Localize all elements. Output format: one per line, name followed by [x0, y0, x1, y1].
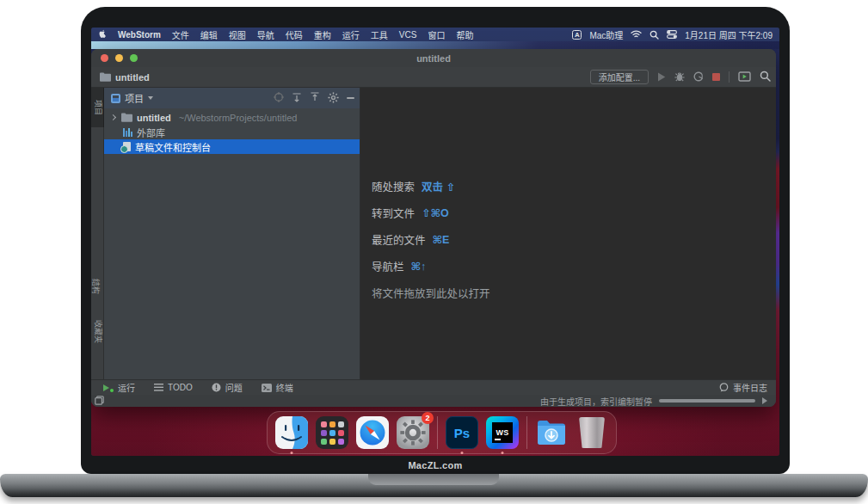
resume-indexing-button[interactable]: [762, 397, 767, 404]
dock-webstorm-icon[interactable]: WS: [486, 416, 519, 449]
expand-chevron-icon[interactable]: [110, 114, 116, 120]
run-anything-icon[interactable]: [738, 70, 751, 85]
bezel-brand-label: MacZL.com: [81, 460, 790, 470]
menu-view[interactable]: 视图: [229, 28, 246, 41]
left-toolwindow-bar: 项目 结构 收藏夹: [91, 88, 104, 379]
bottom-toolwindow-bar: 运行 TODO 问题 终端: [91, 379, 776, 395]
profiler-icon[interactable]: [693, 70, 704, 85]
main-toolbar: untitled 添加配置...: [91, 67, 776, 88]
dock-trash-icon[interactable]: [576, 416, 608, 449]
tree-row-external-libraries[interactable]: 外部库: [104, 125, 360, 139]
toolwindow-run[interactable]: 运行: [103, 381, 135, 394]
menubar-assistant-item[interactable]: Mac助理: [589, 28, 623, 41]
menu-refactor[interactable]: 重构: [314, 28, 331, 41]
run-button[interactable]: [657, 70, 666, 85]
close-window-button[interactable]: [101, 54, 108, 62]
menu-navigate[interactable]: 导航: [257, 28, 274, 41]
menu-run[interactable]: 运行: [342, 28, 360, 41]
notification-badge: 2: [422, 412, 434, 424]
sidebar-tab-structure[interactable]: 结构: [91, 268, 104, 304]
input-source-icon[interactable]: A: [572, 30, 582, 40]
terminal-label: 终端: [276, 381, 293, 394]
toolwindow-terminal[interactable]: 终端: [262, 381, 293, 394]
tree-row-project-root[interactable]: untitled ~/WebstormProjects/untitled: [104, 110, 360, 125]
dock-launchpad-icon[interactable]: [316, 416, 348, 449]
macos-menubar: WebStorm 文件 编辑 视图 导航 代码 重构 运行 工具 VCS 窗口 …: [91, 28, 779, 41]
dock-downloads-icon[interactable]: [535, 416, 568, 449]
sidebar-tab-project[interactable]: 项目: [91, 88, 104, 127]
window-titlebar[interactable]: untitled: [91, 49, 776, 67]
indexing-status-message: 由于生成项目，索引编制暂停: [540, 395, 652, 408]
dock-photoshop-icon[interactable]: Ps: [446, 416, 478, 449]
run-active-dot: [110, 389, 114, 392]
debug-icon[interactable]: [674, 70, 685, 85]
menubar-app-name[interactable]: WebStorm: [118, 30, 161, 40]
apple-logo-icon[interactable]: [98, 29, 107, 40]
dock: 2 Ps WS: [267, 411, 617, 454]
indexing-progress-bar: [659, 399, 755, 403]
todo-list-icon: [154, 384, 163, 391]
collapse-all-icon[interactable]: [310, 92, 320, 104]
wifi-icon[interactable]: [631, 30, 642, 39]
problems-label: 问题: [225, 381, 243, 394]
control-center-icon[interactable]: [667, 30, 677, 39]
scratches-label: 草稿文件和控制台: [135, 140, 211, 154]
statusbar: 由于生成项目，索引编制暂停: [91, 395, 776, 407]
running-indicator: [502, 452, 504, 454]
window-title: untitled: [416, 53, 451, 64]
expand-all-icon[interactable]: [292, 92, 302, 104]
problems-icon: [212, 383, 221, 392]
hint-navigation-bar: 导航栏 ⌘↑: [372, 253, 490, 280]
menu-code[interactable]: 代码: [286, 28, 303, 41]
menu-tools[interactable]: 工具: [371, 28, 388, 41]
hint-label: 随处搜索: [372, 178, 415, 194]
spotlight-search-icon[interactable]: [649, 30, 659, 40]
project-root-name: untitled: [137, 113, 171, 123]
running-indicator: [461, 452, 464, 454]
hint-label: 最近的文件: [372, 231, 426, 248]
wallpaper-band: [91, 41, 779, 49]
run-toolwindow-icon: [103, 384, 109, 391]
project-panel-header[interactable]: 项目: [104, 88, 360, 108]
menu-edit[interactable]: 编辑: [200, 28, 218, 41]
minimize-window-button[interactable]: [115, 54, 123, 62]
breadcrumb[interactable]: untitled: [100, 72, 150, 83]
menubar-clock[interactable]: 1月21日 周四 下午2:09: [685, 28, 773, 41]
toolwindow-toggle-icon[interactable]: [95, 396, 104, 407]
tree-row-scratches[interactable]: 草稿文件和控制台: [104, 139, 360, 154]
toolwindow-event-log[interactable]: 事件日志: [719, 381, 767, 394]
photoshop-label: Ps: [454, 426, 470, 440]
menu-vcs[interactable]: VCS: [399, 30, 417, 40]
toolwindow-problems[interactable]: 问题: [212, 381, 243, 394]
dock-finder-icon[interactable]: [275, 416, 308, 449]
dock-settings-icon[interactable]: 2: [397, 416, 429, 449]
lid-notch: [368, 474, 499, 485]
editor-area[interactable]: 随处搜索 双击 ⇧ 转到文件 ⇧⌘O 最近的文件 ⌘E: [360, 88, 776, 379]
toolwindow-todo[interactable]: TODO: [154, 383, 193, 392]
hint-drop-files: 将文件拖放到此处以打开: [372, 280, 490, 306]
terminal-icon: [262, 384, 272, 392]
external-libraries-label: 外部库: [137, 126, 165, 139]
project-view-icon: [111, 94, 120, 103]
menu-window[interactable]: 窗口: [428, 28, 445, 41]
menu-file[interactable]: 文件: [172, 28, 189, 41]
sidebar-tab-favorites[interactable]: 收藏夹: [91, 310, 104, 354]
favorites-tab-label: 收藏夹: [93, 320, 104, 343]
panel-settings-gear-icon[interactable]: [328, 92, 339, 105]
stop-button[interactable]: [712, 73, 720, 81]
run-toolwindow-label: 运行: [118, 381, 135, 394]
locate-file-icon[interactable]: [274, 92, 284, 104]
zoom-window-button[interactable]: [130, 54, 138, 62]
search-everywhere-icon[interactable]: [760, 70, 771, 85]
hide-panel-icon[interactable]: [347, 97, 354, 99]
editor-empty-hints: 随处搜索 双击 ⇧ 转到文件 ⇧⌘O 最近的文件 ⌘E: [372, 173, 490, 306]
hint-shortcut: ⌘E: [433, 233, 450, 246]
dock-separator: [437, 416, 438, 449]
dock-safari-icon[interactable]: [356, 416, 389, 449]
menu-help[interactable]: 帮助: [456, 28, 473, 41]
webstorm-label: WS: [496, 428, 508, 437]
screen: WebStorm 文件 编辑 视图 导航 代码 重构 运行 工具 VCS 窗口 …: [91, 28, 779, 456]
project-panel-title: 项目: [125, 91, 144, 105]
chevron-down-icon[interactable]: [148, 96, 153, 100]
add-configuration-button[interactable]: 添加配置...: [590, 70, 649, 84]
